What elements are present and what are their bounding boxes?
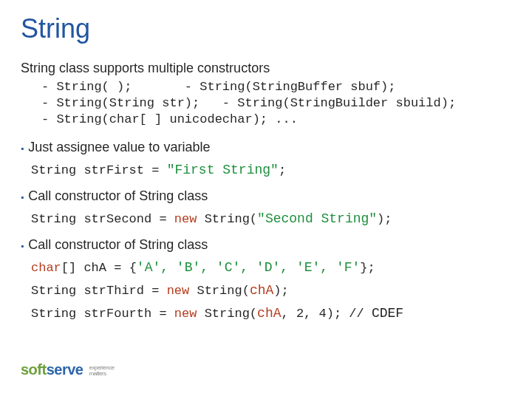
code-block-2: String strSecond = new String("Second St… bbox=[31, 210, 511, 228]
slide-title: String bbox=[21, 13, 511, 44]
constructor-line-2: - String(String str); - String(StringBui… bbox=[41, 95, 511, 112]
logo-soft: soft bbox=[21, 361, 47, 378]
bullet-3-text: Call constructor of String class bbox=[28, 237, 208, 253]
bullet-icon: ▪ bbox=[21, 140, 24, 157]
bullet-2-text: Call constructor of String class bbox=[28, 188, 208, 204]
softserve-logo: softserve experiencematters bbox=[21, 361, 115, 378]
bullet-icon: ▪ bbox=[21, 189, 24, 205]
code-block-5: String strFourth = new String(chA, 2, 4)… bbox=[31, 304, 511, 323]
bullet-1-text: Just assignee value to variable bbox=[28, 140, 210, 155]
code-block-3: char[] chA = {'A', 'B', 'C', 'D', 'E', '… bbox=[31, 259, 511, 277]
bullet-3: ▪ Call constructor of String class bbox=[21, 237, 511, 254]
constructor-line-3: - String(char[ ] unicodechar); ... bbox=[41, 112, 511, 128]
bullet-icon: ▪ bbox=[21, 238, 24, 254]
constructor-line-1: - String( ); - String(StringBuffer sbuf)… bbox=[41, 79, 511, 95]
bullet-2: ▪ Call constructor of String class bbox=[21, 188, 511, 205]
code-block-4: String strThird = new String(chA); bbox=[31, 282, 511, 300]
logo-serve: serve bbox=[47, 361, 83, 378]
code-block-1: String strFirst = "First String"; bbox=[31, 161, 511, 180]
bullet-1: ▪ Just assignee value to variable bbox=[21, 140, 511, 157]
logo-tagline: experiencematters bbox=[89, 365, 115, 377]
intro-text: String class supports multiple construct… bbox=[21, 61, 511, 76]
